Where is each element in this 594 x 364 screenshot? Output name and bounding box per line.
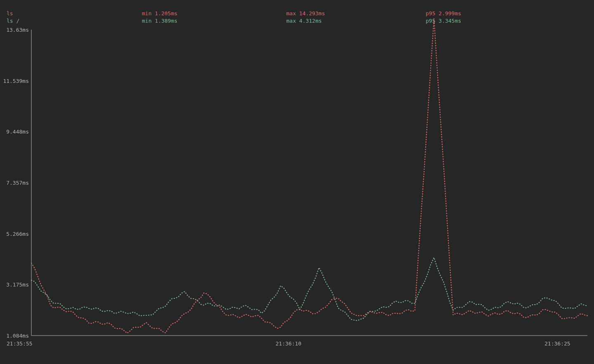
x-axis-tick: 21:35:55 <box>7 341 33 347</box>
x-axis-tick: 21:36:25 <box>544 341 570 347</box>
series-name: ls / <box>7 17 142 25</box>
series-name: ls <box>7 10 142 17</box>
series-min: min 1.389ms <box>142 17 286 25</box>
series-min: min 1.205ms <box>142 10 286 17</box>
chart-svg <box>31 30 587 336</box>
y-axis-tick: 13.63ms <box>0 27 29 33</box>
chart-plot-area <box>31 30 587 336</box>
x-axis-tick: 21:36:10 <box>276 341 302 347</box>
y-axis-tick: 1.084ms <box>0 333 29 339</box>
series-p95: p95 2.999ms <box>426 10 594 17</box>
y-axis-tick: 5.266ms <box>0 231 29 237</box>
legend-row: ls min 1.205ms max 14.293ms p95 2.999ms <box>0 10 594 17</box>
series-max: max 4.312ms <box>286 17 426 25</box>
series-p95: p95 3.345ms <box>426 17 594 25</box>
y-axis-tick: 9.448ms <box>0 129 29 135</box>
series-max: max 14.293ms <box>286 10 426 17</box>
series-line-ls-slash <box>31 258 587 321</box>
legend-row: ls / min 1.389ms max 4.312ms p95 3.345ms <box>0 17 594 25</box>
y-axis-tick: 7.357ms <box>0 180 29 186</box>
y-axis-tick: 11.539ms <box>0 78 29 84</box>
y-axis-tick: 3.175ms <box>0 282 29 288</box>
chart-legend: ls min 1.205ms max 14.293ms p95 2.999ms … <box>0 10 594 25</box>
series-line-ls <box>31 19 587 333</box>
